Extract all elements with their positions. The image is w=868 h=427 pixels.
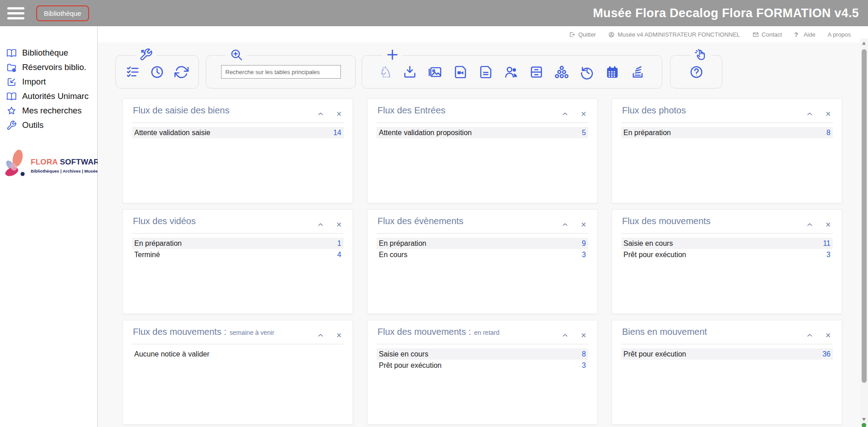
widget-row-label: Prêt pour exécution [379, 361, 442, 370]
scroll-up-arrow-icon[interactable] [862, 42, 866, 45]
widget-row[interactable]: Saisie en cours8 [377, 348, 588, 360]
utility-item[interactable]: Quitter [569, 31, 596, 38]
collapse-widget-button[interactable] [317, 332, 324, 339]
widget-header: Flux des vidéos [123, 210, 353, 233]
search-input[interactable] [221, 65, 341, 79]
plus-icon [382, 48, 403, 61]
widget-body: Saisie en cours11Prêt pour exécution3 [612, 234, 842, 260]
widget-row[interactable]: Prêt pour exécution3 [377, 360, 588, 371]
widget-body: Saisie en cours8Prêt pour exécution3 [368, 344, 597, 371]
widget-header: Flux des Entrées [368, 99, 597, 122]
collapse-widget-button[interactable] [317, 221, 324, 228]
sidebar-item[interactable]: Mes recherches [0, 103, 97, 118]
collapse-widget-button[interactable] [561, 221, 569, 228]
widget-row[interactable]: Terminé4 [132, 249, 344, 260]
widget-row[interactable]: En préparation9 [377, 238, 588, 249]
widget-row-count[interactable]: 4 [337, 251, 341, 259]
sidebar-item[interactable]: Bibliothèque [0, 46, 97, 60]
stack-icon[interactable] [630, 65, 645, 80]
sidebar-item-label: Bibliothèque [22, 48, 68, 58]
close-widget-button[interactable] [335, 332, 343, 339]
utility-item[interactable]: ?Aide [794, 31, 816, 38]
utility-item[interactable]: Contact [752, 31, 782, 38]
history-icon[interactable] [580, 65, 594, 80]
close-widget-button[interactable] [580, 110, 587, 117]
widget-row[interactable]: Saisie en cours11 [621, 238, 833, 249]
close-widget-button[interactable] [335, 110, 343, 117]
sidebar-item[interactable]: Autorités Unimarc [0, 89, 97, 103]
widget-body: En préparation8 [612, 123, 842, 138]
scroll-down-arrow-icon[interactable] [862, 418, 866, 421]
widget-card: Biens en mouvementPrêt pour exécution36 [612, 320, 842, 425]
hamburger-menu-icon[interactable] [7, 5, 25, 21]
widget-row[interactable]: En préparation1 [132, 238, 344, 249]
collapse-widget-button[interactable] [561, 332, 569, 339]
widget-row-label: En préparation [379, 239, 426, 248]
close-widget-button[interactable] [825, 221, 832, 228]
clock-icon[interactable] [150, 65, 165, 80]
widget-row-label: En cours [379, 251, 407, 259]
collapse-widget-button[interactable] [806, 332, 813, 339]
close-widget-button[interactable] [580, 221, 587, 228]
users-icon[interactable] [504, 65, 519, 80]
collapse-widget-button[interactable] [561, 110, 569, 117]
widget-row[interactable]: Prêt pour exécution3 [621, 249, 833, 260]
close-widget-button[interactable] [825, 332, 832, 339]
help-icon[interactable] [689, 65, 704, 80]
sidebar-item[interactable]: Outils [0, 118, 97, 132]
knight-icon[interactable]: ♘ [379, 65, 392, 80]
widget-row-count[interactable]: 3 [582, 361, 586, 370]
archive-icon[interactable] [529, 65, 544, 80]
widget-row-count[interactable]: 9 [582, 239, 586, 248]
vertical-scrollbar[interactable] [860, 38, 868, 427]
toolbar: ♘ [115, 55, 868, 89]
widget-title: Biens en mouvement [622, 327, 707, 337]
widget-row[interactable]: En cours3 [377, 249, 588, 260]
widget-row[interactable]: Attente validation saisie14 [132, 127, 344, 138]
checklist-icon[interactable] [125, 65, 140, 80]
widget-row[interactable]: En préparation8 [621, 127, 833, 138]
widget-row[interactable]: Attente validation proposition5 [377, 127, 588, 138]
inbox-download-icon[interactable] [402, 65, 417, 80]
close-widget-button[interactable] [335, 221, 343, 228]
calendar-icon[interactable] [605, 65, 620, 80]
utility-item[interactable]: Musée v4 ADMINISTRATEUR FONCTIONNEL [608, 31, 740, 38]
widget-body: Attente validation proposition5 [368, 123, 597, 138]
widget-row-count[interactable]: 11 [823, 239, 830, 248]
image-icon[interactable] [428, 65, 443, 80]
zoom-plus-icon [226, 48, 247, 61]
collapse-widget-button[interactable] [806, 110, 813, 117]
widget-row-count[interactable]: 8 [582, 350, 586, 358]
context-button[interactable]: Bibliothèque [36, 5, 89, 21]
widget-row-count[interactable]: 36 [822, 350, 830, 358]
widget-row-label: Attente validation saisie [134, 129, 210, 137]
widget-body: Prêt pour exécution36 [612, 344, 842, 360]
widget-row-count[interactable]: 3 [582, 251, 586, 259]
widget-row-count[interactable]: 8 [826, 129, 830, 137]
widget-card: Flux de saisie des biensAttente validati… [123, 99, 353, 203]
widget-row[interactable]: Prêt pour exécution36 [621, 348, 833, 360]
widget-row-label: Prêt pour exécution [623, 251, 686, 259]
widget-card: Flux des mouvements :en retardSaisie en … [367, 320, 598, 425]
widget-row-count[interactable]: 1 [337, 239, 341, 248]
main-content: QuitterMusée v4 ADMINISTRATEUR FONCTIONN… [98, 26, 868, 427]
refresh-icon[interactable] [174, 65, 189, 80]
sidebar-nav: BibliothèqueRéservoirs biblio.ImportAuto… [0, 46, 97, 132]
collapse-widget-button[interactable] [317, 110, 324, 117]
widget-row-count[interactable]: 14 [333, 129, 341, 137]
utility-item[interactable]: A propos [828, 31, 851, 38]
widget-row-count[interactable]: 5 [582, 129, 586, 137]
widget-row-label: Saisie en cours [379, 350, 428, 358]
close-widget-button[interactable] [580, 332, 587, 339]
cluster-icon[interactable] [554, 65, 569, 80]
widget-title: Flux des évènements [377, 216, 463, 226]
sidebar-item[interactable]: Réservoirs biblio. [0, 60, 97, 75]
widget-row-count[interactable]: 3 [826, 251, 830, 259]
sidebar-item[interactable]: Import [0, 75, 97, 89]
scrollbar-thumb[interactable] [862, 49, 867, 383]
document-icon[interactable] [478, 65, 493, 80]
video-file-icon[interactable] [453, 65, 468, 80]
close-widget-button[interactable] [825, 110, 832, 117]
status-indicator-dot [862, 423, 866, 427]
collapse-widget-button[interactable] [806, 221, 813, 228]
